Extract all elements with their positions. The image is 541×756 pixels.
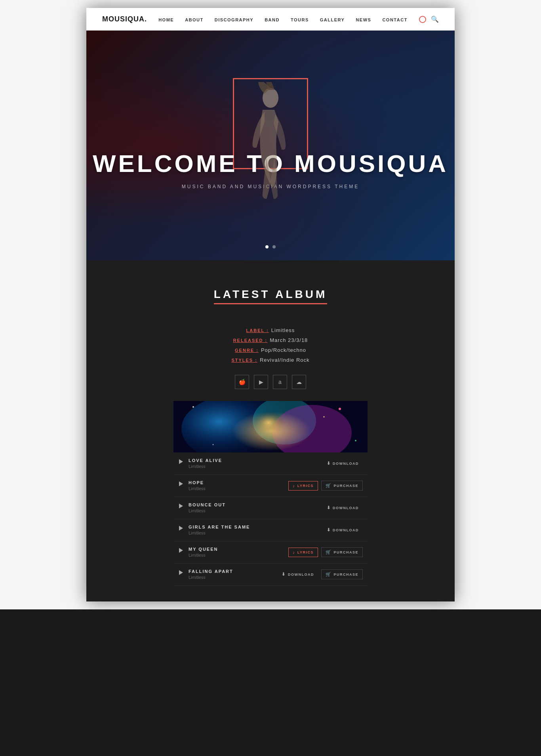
album-info-value: Pop/Rock/techno	[261, 347, 306, 353]
track-left: BOUNCE OUT Limitless	[178, 502, 226, 513]
lyrics-icon: ♪	[293, 483, 295, 488]
album-image-glow	[232, 411, 311, 451]
track-actions: ♪ LYRICS🛒 PURCHASE	[288, 547, 363, 557]
track-download-button[interactable]: ⬇ DOWNLOAD	[323, 459, 363, 468]
track-purchase-button[interactable]: 🛒 PURCHASE	[321, 481, 363, 491]
download-icon: ⬇	[327, 505, 331, 510]
track-actions: ⬇ DOWNLOAD	[323, 503, 363, 512]
svg-point-10	[213, 444, 214, 445]
bottom-spacer	[86, 586, 455, 601]
hero-dot-2[interactable]	[272, 245, 276, 248]
nav-item-gallery[interactable]: GALLERY	[320, 17, 345, 22]
amazon-icon[interactable]: a	[273, 375, 287, 389]
track-album-label: Limitless	[189, 575, 233, 580]
svg-point-6	[339, 408, 341, 410]
play-icon[interactable]: ▶	[254, 375, 268, 389]
hero-section: WELCOME TO MOUSIQUA MUSIC BAND AND MUSIC…	[86, 31, 455, 260]
track-info: LOVE ALIVE Limitless	[189, 458, 222, 469]
streaming-icons: 🍎▶a☁	[86, 375, 455, 389]
cart-icon: 🛒	[326, 572, 332, 577]
album-info-value: Limitless	[271, 327, 295, 333]
navbar-icons: 🔍	[419, 15, 439, 23]
hero-dots	[265, 245, 276, 248]
track-info: HOPE Limitless	[189, 480, 206, 491]
track-actions: ⬇ DOWNLOAD🛒 PURCHASE	[278, 569, 363, 579]
track-album-label: Limitless	[189, 531, 250, 535]
album-info-row: LABEL : Limitless	[179, 327, 362, 333]
album-section: LATEST ALBUM LABEL : Limitless RELEASED …	[86, 260, 455, 601]
track-name: LOVE ALIVE	[189, 458, 222, 463]
album-info-label: GENRE :	[235, 348, 259, 353]
navbar: MOUSIQUA. HOMEABOUTDISCOGRAPHYBANDTOURSG…	[86, 8, 455, 31]
nav-item-discography[interactable]: DISCOGRAPHY	[215, 17, 253, 22]
track-download-button[interactable]: ⬇ DOWNLOAD	[278, 570, 318, 579]
track-info: GIRLS ARE THE SAME Limitless	[189, 525, 250, 535]
track-album-label: Limitless	[189, 464, 222, 469]
album-title-wrap: LATEST ALBUM	[86, 288, 455, 307]
album-info-label: STYLES :	[231, 358, 257, 363]
track-row: GIRLS ARE THE SAME Limitless ⬇ DOWNLOAD	[173, 519, 368, 541]
track-play-button[interactable]	[178, 459, 184, 464]
lyrics-icon: ♪	[293, 550, 295, 555]
cart-icon: 🛒	[326, 483, 332, 488]
album-info-row: GENRE : Pop/Rock/techno	[179, 347, 362, 353]
download-icon: ⬇	[327, 461, 331, 466]
track-name: GIRLS ARE THE SAME	[189, 525, 250, 529]
main-nav: HOMEABOUTDISCOGRAPHYBANDTOURSGALLERYNEWS…	[158, 16, 408, 23]
nav-item-band[interactable]: BAND	[265, 17, 280, 22]
track-play-button[interactable]	[178, 503, 184, 509]
album-info-value: Revival/Indie Rock	[260, 357, 310, 363]
track-left: FALLING APART Limitless	[178, 569, 233, 580]
track-download-button[interactable]: ⬇ DOWNLOAD	[323, 525, 363, 535]
track-name: HOPE	[189, 480, 206, 485]
nav-item-contact[interactable]: CONTACT	[382, 17, 407, 22]
track-album-label: Limitless	[189, 508, 226, 513]
track-play-button[interactable]	[178, 570, 184, 575]
album-cover-image	[173, 401, 368, 452]
nav-item-about[interactable]: ABOUT	[185, 17, 204, 22]
track-play-button[interactable]	[178, 548, 184, 553]
album-info-value: March 23/3/18	[270, 337, 308, 343]
apple-music-icon[interactable]: 🍎	[235, 375, 249, 389]
track-row: BOUNCE OUT Limitless ⬇ DOWNLOAD	[173, 497, 368, 519]
track-lyrics-button[interactable]: ♪ LYRICS	[288, 481, 318, 491]
track-play-button[interactable]	[178, 525, 184, 531]
album-section-title: LATEST ALBUM	[214, 288, 328, 304]
track-lyrics-button[interactable]: ♪ LYRICS	[288, 548, 318, 557]
track-left: LOVE ALIVE Limitless	[178, 458, 222, 469]
track-purchase-button[interactable]: 🛒 PURCHASE	[321, 569, 363, 579]
nav-item-home[interactable]: HOME	[158, 17, 174, 22]
track-download-button[interactable]: ⬇ DOWNLOAD	[323, 503, 363, 512]
track-list: LOVE ALIVE Limitless ⬇ DOWNLOAD HOPE Lim…	[173, 452, 368, 586]
track-left: GIRLS ARE THE SAME Limitless	[178, 525, 250, 535]
album-info-row: RELEASED : March 23/3/18	[179, 337, 362, 343]
track-album-label: Limitless	[189, 486, 206, 491]
circle-icon[interactable]	[419, 16, 426, 23]
svg-point-9	[355, 440, 356, 441]
download-icon: ⬇	[327, 527, 331, 533]
track-play-button[interactable]	[178, 481, 184, 487]
track-row: HOPE Limitless ♪ LYRICS🛒 PURCHASE	[173, 475, 368, 497]
soundcloud-icon[interactable]: ☁	[292, 375, 306, 389]
album-info-row: STYLES : Revival/Indie Rock	[179, 357, 362, 363]
album-info-label: RELEASED :	[233, 338, 268, 343]
nav-item-tours[interactable]: TOURS	[291, 17, 309, 22]
track-actions: ♪ LYRICS🛒 PURCHASE	[288, 481, 363, 491]
album-info-label: LABEL :	[246, 328, 269, 333]
nav-item-news[interactable]: NEWS	[356, 17, 371, 22]
download-icon: ⬇	[282, 572, 286, 577]
hero-dot-1[interactable]	[265, 245, 269, 248]
site-logo[interactable]: MOUSIQUA.	[102, 15, 147, 23]
title-underline	[214, 303, 328, 304]
cart-icon: 🛒	[326, 550, 332, 555]
track-info: FALLING APART Limitless	[189, 569, 233, 580]
track-album-label: Limitless	[189, 553, 218, 557]
hero-figure	[247, 82, 294, 201]
search-icon[interactable]: 🔍	[431, 15, 439, 23]
track-info: MY QUEEN Limitless	[189, 547, 218, 557]
svg-point-7	[192, 406, 194, 408]
track-actions: ⬇ DOWNLOAD	[323, 459, 363, 468]
track-purchase-button[interactable]: 🛒 PURCHASE	[321, 547, 363, 557]
track-name: FALLING APART	[189, 569, 233, 574]
track-actions: ⬇ DOWNLOAD	[323, 525, 363, 535]
